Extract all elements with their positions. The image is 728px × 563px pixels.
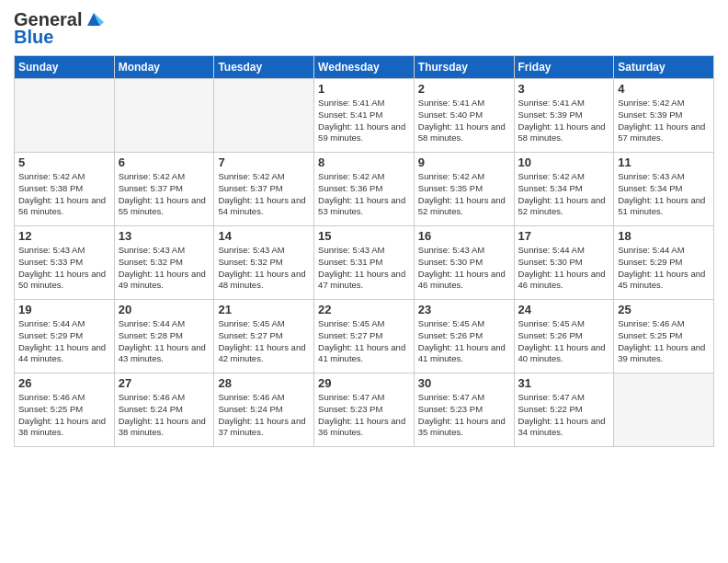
day-info: Sunrise: 5:46 AM Sunset: 5:25 PM Dayligh… [18,392,110,439]
day-info: Sunrise: 5:44 AM Sunset: 5:28 PM Dayligh… [119,318,210,365]
calendar-cell: 2Sunrise: 5:41 AM Sunset: 5:40 PM Daylig… [414,79,514,153]
header: General Blue [14,9,714,48]
day-number: 1 [318,82,410,96]
day-number: 10 [518,155,610,169]
calendar-cell: 29Sunrise: 5:47 AM Sunset: 5:23 PM Dayli… [314,373,415,447]
day-info: Sunrise: 5:46 AM Sunset: 5:24 PM Dayligh… [218,392,310,439]
calendar-cell: 3Sunrise: 5:41 AM Sunset: 5:39 PM Daylig… [514,79,614,153]
day-number: 9 [418,155,510,169]
day-info: Sunrise: 5:45 AM Sunset: 5:26 PM Dayligh… [518,318,610,365]
day-number: 25 [618,303,710,316]
calendar-cell: 7Sunrise: 5:42 AM Sunset: 5:37 PM Daylig… [214,153,314,226]
day-number: 19 [18,303,110,316]
week-row-1: 5Sunrise: 5:42 AM Sunset: 5:38 PM Daylig… [15,153,714,226]
day-number: 12 [18,229,110,243]
day-info: Sunrise: 5:43 AM Sunset: 5:33 PM Dayligh… [18,245,110,292]
day-info: Sunrise: 5:42 AM Sunset: 5:35 PM Dayligh… [418,171,510,218]
day-number: 13 [119,229,210,243]
day-number: 5 [18,155,110,169]
day-info: Sunrise: 5:46 AM Sunset: 5:24 PM Dayligh… [119,392,210,439]
day-info: Sunrise: 5:41 AM Sunset: 5:39 PM Dayligh… [518,98,610,144]
day-info: Sunrise: 5:42 AM Sunset: 5:37 PM Dayligh… [218,171,310,218]
day-number: 18 [618,229,710,243]
day-number: 24 [518,303,610,316]
day-info: Sunrise: 5:43 AM Sunset: 5:30 PM Dayligh… [418,245,510,292]
day-info: Sunrise: 5:41 AM Sunset: 5:41 PM Dayligh… [318,98,410,144]
calendar-cell: 8Sunrise: 5:42 AM Sunset: 5:36 PM Daylig… [314,153,415,226]
day-number: 15 [318,229,410,243]
calendar-cell: 12Sunrise: 5:43 AM Sunset: 5:33 PM Dayli… [15,226,115,300]
day-number: 28 [218,376,310,390]
week-row-0: 1Sunrise: 5:41 AM Sunset: 5:41 PM Daylig… [15,79,714,153]
weekday-header-saturday: Saturday [614,56,714,79]
day-number: 7 [218,155,310,169]
weekday-header-friday: Friday [514,56,614,79]
day-number: 29 [318,376,410,390]
day-info: Sunrise: 5:42 AM Sunset: 5:34 PM Dayligh… [518,171,610,218]
day-info: Sunrise: 5:45 AM Sunset: 5:26 PM Dayligh… [418,318,510,365]
weekday-header-sunday: Sunday [15,56,115,79]
weekday-header-monday: Monday [114,56,214,79]
day-info: Sunrise: 5:44 AM Sunset: 5:29 PM Dayligh… [618,245,710,292]
weekday-header-tuesday: Tuesday [214,56,314,79]
day-info: Sunrise: 5:43 AM Sunset: 5:32 PM Dayligh… [218,245,310,292]
calendar-cell: 17Sunrise: 5:44 AM Sunset: 5:30 PM Dayli… [514,226,614,300]
calendar-cell: 4Sunrise: 5:42 AM Sunset: 5:39 PM Daylig… [614,79,714,153]
day-info: Sunrise: 5:43 AM Sunset: 5:34 PM Dayligh… [618,171,710,218]
calendar: SundayMondayTuesdayWednesdayThursdayFrid… [14,55,714,447]
day-info: Sunrise: 5:42 AM Sunset: 5:38 PM Dayligh… [18,171,110,218]
day-info: Sunrise: 5:47 AM Sunset: 5:22 PM Dayligh… [518,392,610,439]
day-info: Sunrise: 5:47 AM Sunset: 5:23 PM Dayligh… [418,392,510,439]
weekday-header-thursday: Thursday [414,56,514,79]
day-number: 22 [318,303,410,316]
logo-blue: Blue [14,27,53,48]
calendar-cell: 31Sunrise: 5:47 AM Sunset: 5:22 PM Dayli… [514,373,614,447]
day-number: 20 [119,303,210,316]
day-info: Sunrise: 5:46 AM Sunset: 5:25 PM Dayligh… [618,318,710,365]
day-number: 3 [518,82,610,96]
day-number: 8 [318,155,410,169]
day-number: 14 [218,229,310,243]
calendar-cell [614,373,714,447]
calendar-cell: 15Sunrise: 5:43 AM Sunset: 5:31 PM Dayli… [314,226,415,300]
calendar-cell: 16Sunrise: 5:43 AM Sunset: 5:30 PM Dayli… [414,226,514,300]
day-number: 27 [119,376,210,390]
calendar-cell: 19Sunrise: 5:44 AM Sunset: 5:29 PM Dayli… [15,300,115,373]
day-info: Sunrise: 5:42 AM Sunset: 5:36 PM Dayligh… [318,171,410,218]
day-info: Sunrise: 5:42 AM Sunset: 5:37 PM Dayligh… [119,171,210,218]
calendar-cell: 9Sunrise: 5:42 AM Sunset: 5:35 PM Daylig… [414,153,514,226]
day-number: 30 [418,376,510,390]
weekday-header-row: SundayMondayTuesdayWednesdayThursdayFrid… [15,56,714,79]
day-info: Sunrise: 5:43 AM Sunset: 5:31 PM Dayligh… [318,245,410,292]
day-info: Sunrise: 5:41 AM Sunset: 5:40 PM Dayligh… [418,98,510,144]
day-info: Sunrise: 5:45 AM Sunset: 5:27 PM Dayligh… [218,318,310,365]
day-number: 2 [418,82,510,96]
day-number: 26 [18,376,110,390]
calendar-cell: 6Sunrise: 5:42 AM Sunset: 5:37 PM Daylig… [114,153,214,226]
day-info: Sunrise: 5:43 AM Sunset: 5:32 PM Dayligh… [119,245,210,292]
calendar-cell: 21Sunrise: 5:45 AM Sunset: 5:27 PM Dayli… [214,300,314,373]
day-number: 11 [618,155,710,169]
calendar-cell: 28Sunrise: 5:46 AM Sunset: 5:24 PM Dayli… [214,373,314,447]
day-info: Sunrise: 5:47 AM Sunset: 5:23 PM Dayligh… [318,392,410,439]
day-number: 16 [418,229,510,243]
calendar-cell: 22Sunrise: 5:45 AM Sunset: 5:27 PM Dayli… [314,300,415,373]
calendar-cell [15,79,115,153]
day-info: Sunrise: 5:42 AM Sunset: 5:39 PM Dayligh… [618,98,710,144]
week-row-2: 12Sunrise: 5:43 AM Sunset: 5:33 PM Dayli… [15,226,714,300]
calendar-cell: 14Sunrise: 5:43 AM Sunset: 5:32 PM Dayli… [214,226,314,300]
day-number: 31 [518,376,610,390]
calendar-cell [114,79,214,153]
calendar-cell [214,79,314,153]
day-number: 21 [218,303,310,316]
day-number: 4 [618,82,710,96]
calendar-cell: 27Sunrise: 5:46 AM Sunset: 5:24 PM Dayli… [114,373,214,447]
day-number: 6 [119,155,210,169]
calendar-cell: 26Sunrise: 5:46 AM Sunset: 5:25 PM Dayli… [15,373,115,447]
day-info: Sunrise: 5:44 AM Sunset: 5:29 PM Dayligh… [18,318,110,365]
calendar-cell: 10Sunrise: 5:42 AM Sunset: 5:34 PM Dayli… [514,153,614,226]
logo-icon [84,9,104,29]
calendar-cell: 18Sunrise: 5:44 AM Sunset: 5:29 PM Dayli… [614,226,714,300]
calendar-cell: 13Sunrise: 5:43 AM Sunset: 5:32 PM Dayli… [114,226,214,300]
day-number: 17 [518,229,610,243]
